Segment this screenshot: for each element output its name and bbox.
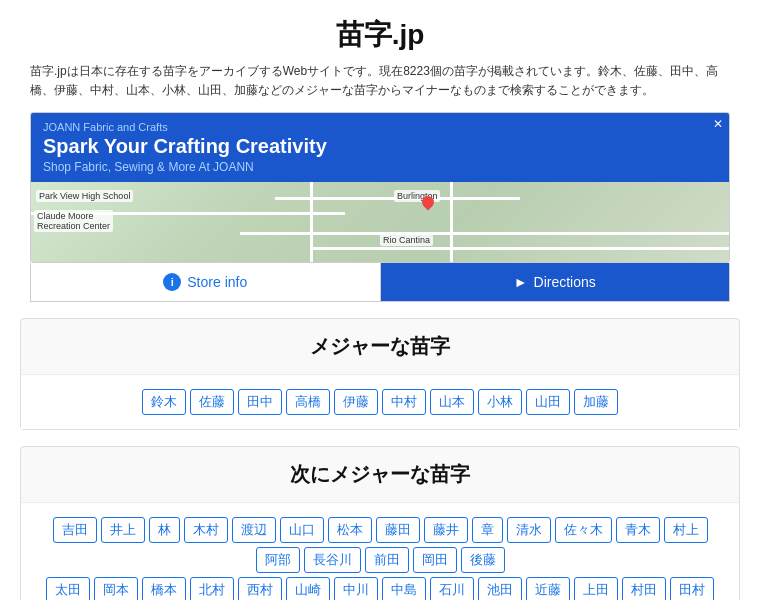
map-label-rio: Rio Cantina (380, 234, 433, 246)
directions-label: Directions (534, 274, 596, 290)
surname-tag[interactable]: 石川 (430, 577, 474, 600)
next-major-surnames-row1: 吉田井上林木村渡辺山口松本藤田藤井章清水佐々木青木村上阿部長谷川前田岡田後藤 (37, 517, 723, 573)
map-label-school: Park View High School (36, 190, 133, 202)
major-surnames-title: メジャーな苗字 (21, 319, 739, 374)
surname-tag[interactable]: 藤田 (376, 517, 420, 543)
ad-close-button[interactable]: ✕ (713, 117, 723, 131)
surname-tag[interactable]: 章 (472, 517, 503, 543)
surname-tag[interactable]: 村上 (664, 517, 708, 543)
surname-tag[interactable]: 中川 (334, 577, 378, 600)
surname-tag[interactable]: 中村 (382, 389, 426, 415)
surname-tag[interactable]: 吉田 (53, 517, 97, 543)
surname-tag[interactable]: 西村 (238, 577, 282, 600)
next-major-surnames-row2: 太田岡本橋本北村西村山崎中川中島石川池田近藤上田村田田村秋山今井山下 (37, 577, 723, 600)
info-icon: i (163, 273, 181, 291)
page-title: 苗字.jp (0, 0, 760, 62)
surname-tag[interactable]: 渡辺 (232, 517, 276, 543)
surname-tag[interactable]: 伊藤 (334, 389, 378, 415)
surname-tag[interactable]: 加藤 (574, 389, 618, 415)
surname-tag[interactable]: 村田 (622, 577, 666, 600)
major-surnames-tag-list: 鈴木佐藤田中高橋伊藤中村山本小林山田加藤 (37, 389, 723, 415)
surname-tag[interactable]: 青木 (616, 517, 660, 543)
directions-icon: ► (514, 274, 528, 290)
major-surnames-section: メジャーな苗字 鈴木佐藤田中高橋伊藤中村山本小林山田加藤 (20, 318, 740, 430)
surname-tag[interactable]: 山崎 (286, 577, 330, 600)
surname-tag[interactable]: 林 (149, 517, 180, 543)
next-major-surnames-title: 次にメジャーな苗字 (21, 447, 739, 502)
surname-tag[interactable]: 後藤 (461, 547, 505, 573)
ad-brand: JOANN Fabric and Crafts (43, 121, 717, 133)
surname-tag[interactable]: 山口 (280, 517, 324, 543)
map-buttons: i Store info ► Directions (30, 263, 730, 302)
major-surnames-content: 鈴木佐藤田中高橋伊藤中村山本小林山田加藤 (21, 374, 739, 429)
surname-tag[interactable]: 北村 (190, 577, 234, 600)
surname-tag[interactable]: 橋本 (142, 577, 186, 600)
surname-tag[interactable]: 鈴木 (142, 389, 186, 415)
surname-tag[interactable]: 高橋 (286, 389, 330, 415)
surname-tag[interactable]: 木村 (184, 517, 228, 543)
surname-tag[interactable]: 近藤 (526, 577, 570, 600)
surname-tag[interactable]: 清水 (507, 517, 551, 543)
surname-tag[interactable]: 中島 (382, 577, 426, 600)
surname-tag[interactable]: 山田 (526, 389, 570, 415)
surname-tag[interactable]: 上田 (574, 577, 618, 600)
map-label-recreation: Claude MooreRecreation Center (34, 210, 113, 232)
surname-tag[interactable]: 阿部 (256, 547, 300, 573)
surname-tag[interactable]: 田村 (670, 577, 714, 600)
surname-tag[interactable]: 長谷川 (304, 547, 361, 573)
ad-top[interactable]: JOANN Fabric and Crafts Spark Your Craft… (31, 113, 729, 182)
surname-tag[interactable]: 松本 (328, 517, 372, 543)
ad-subtext: Shop Fabric, Sewing & More At JOANN (43, 160, 717, 174)
next-major-surnames-section: 次にメジャーな苗字 吉田井上林木村渡辺山口松本藤田藤井章清水佐々木青木村上阿部長… (20, 446, 740, 600)
surname-tag[interactable]: 井上 (101, 517, 145, 543)
surname-tag[interactable]: 太田 (46, 577, 90, 600)
surname-tag[interactable]: 藤井 (424, 517, 468, 543)
store-info-button[interactable]: i Store info (31, 263, 381, 301)
ad-map-background: Park View High School Claude MooreRecrea… (31, 182, 729, 262)
surname-tag[interactable]: 前田 (365, 547, 409, 573)
ad-headline: Spark Your Crafting Creativity (43, 135, 717, 158)
surname-tag[interactable]: 山本 (430, 389, 474, 415)
page-description: 苗字.jpは日本に存在する苗字をアーカイブするWebサイトです。現在8223個の… (0, 62, 760, 112)
surname-tag[interactable]: 岡本 (94, 577, 138, 600)
directions-button[interactable]: ► Directions (381, 263, 730, 301)
next-major-surnames-content: 吉田井上林木村渡辺山口松本藤田藤井章清水佐々木青木村上阿部長谷川前田岡田後藤 太… (21, 502, 739, 600)
ad-map: Park View High School Claude MooreRecrea… (31, 182, 729, 262)
surname-tag[interactable]: 佐々木 (555, 517, 612, 543)
surname-tag[interactable]: 佐藤 (190, 389, 234, 415)
store-info-label: Store info (187, 274, 247, 290)
ad-banner: ✕ JOANN Fabric and Crafts Spark Your Cra… (30, 112, 730, 263)
surname-tag[interactable]: 田中 (238, 389, 282, 415)
surname-tag[interactable]: 小林 (478, 389, 522, 415)
surname-tag[interactable]: 岡田 (413, 547, 457, 573)
surname-tag[interactable]: 池田 (478, 577, 522, 600)
